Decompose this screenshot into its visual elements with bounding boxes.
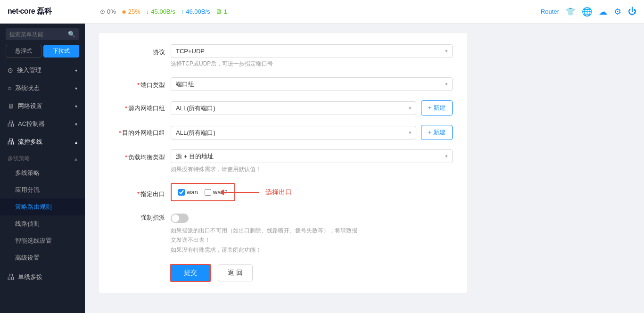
balance-label: *负载均衡类型 [108,149,165,162]
chevron-down-icon-4: ▾ [75,122,77,127]
source-net-select-wrapper: ALL(所有端口) ▾ [171,101,416,115]
dest-net-label: *目的外网端口组 [108,125,165,137]
router-label[interactable]: Router [541,8,559,15]
sidebar-label-access: 接入管理 [17,66,41,74]
balance-select[interactable]: 源 + 目的地址 [171,149,453,163]
form-row-outlet: *指定出口 wan wan2 [108,183,453,201]
outlet-annotation-wrap: wan wan2 [171,183,235,201]
sidebar-item-ac-controller[interactable]: 品 AC控制器 ▾ [0,115,85,133]
topbar-right: Router 👕 🌐 ☁ ⚙ ⏻ [541,7,636,17]
screen-stat: 🖥 1 [215,8,227,15]
port-type-select-wrapper: 端口组 ▾ [171,77,453,91]
exit-icon[interactable]: ⏻ [628,7,636,16]
sub-group-label: 多线策略 ▴ [0,151,85,165]
cpu-icon: ⊙ [100,8,105,15]
toggle-slider [171,214,189,223]
network-icon: 🖥 [8,102,14,110]
port-type-select[interactable]: 端口组 [171,77,453,91]
protocol-hint: 选择TCP或UDP后，可进一步指定端口号 [171,60,453,68]
sidebar-label-status: 系统状态 [15,84,40,92]
protocol-select-wrapper: TCP+UDP TCP UDP ▾ [171,44,453,58]
search-icon: 🔍 [68,31,75,38]
main-layout: 🔍 悬浮式 下拉式 ⊙ 接入管理 ▾ ○ 系统状态 ▾ 🖥 网络设置 ▾ 品 A… [0,24,644,313]
form-row-balance: *负载均衡类型 源 + 目的地址 ▾ 如果没有特殊需求，请使用默认值！ [108,149,453,173]
dest-net-row: ALL(所有端口) ▾ + 新建 [171,125,453,140]
form-row-source-net: *源内网端口组 ALL(所有端口) ▾ + 新建 [108,100,453,115]
sidebar: 🔍 悬浮式 下拉式 ⊙ 接入管理 ▾ ○ 系统状态 ▾ 🖥 网络设置 ▾ 品 A… [0,24,85,313]
topbar: net·core 磊科 ⊙ 0% ◈ 25% ↓ 45.00B/s ↑ 46.0… [0,0,644,24]
source-net-new-button[interactable]: + 新建 [421,100,453,115]
logo: net·core 磊科 [8,7,92,16]
sidebar-label-network: 网络设置 [18,102,42,110]
tab-dropdown[interactable]: 下拉式 [43,45,79,58]
group-arrow-icon: ▴ [74,156,77,162]
screen-icon: 🖥 [215,8,222,15]
sidebar-item-network-settings[interactable]: 🖥 网络设置 ▾ [0,97,85,115]
shirt-icon[interactable]: 👕 [566,7,575,16]
sidebar-item-flow-multiline[interactable]: 品 流控多线 ▴ [0,133,85,151]
gear-icon[interactable]: ⚙ [614,7,621,17]
force-hint: 如果指派的出口不可用（如出口删除、线路断开、拨号失败等），将导致报 文发送不出去… [171,226,453,255]
sidebar-item-system-status[interactable]: ○ 系统状态 ▾ [0,79,85,97]
sidebar-item-access-control[interactable]: ⊙ 接入管理 ▾ [0,61,85,79]
cpu-stat: ⊙ 0% [100,8,116,15]
sidebar-item-line-detect[interactable]: 线路侦测 [0,215,85,232]
form-row-protocol: 协议 TCP+UDP TCP UDP ▾ 选择TCP或UDP后，可进一步指定端口… [108,44,453,68]
up-stat: ↑ 46.00B/s [181,8,210,15]
form-row-port-type: *端口类型 端口组 ▾ [108,77,453,91]
search-input[interactable] [9,31,65,38]
dest-net-select[interactable]: ALL(所有端口) [171,126,416,140]
tab-row: 悬浮式 下拉式 [6,45,79,58]
port-type-control: 端口组 ▾ [171,77,453,91]
chevron-up-icon: ▴ [75,140,77,145]
dest-net-new-button[interactable]: + 新建 [421,125,453,140]
mem-icon: ◈ [122,8,126,15]
sidebar-label-ac: AC控制器 [18,120,45,128]
submit-button[interactable]: 提交 [170,264,211,282]
force-toggle[interactable] [171,214,189,223]
cloud-icon[interactable]: ☁ [599,7,607,17]
content-area: 协议 TCP+UDP TCP UDP ▾ 选择TCP或UDP后，可进一步指定端口… [85,24,644,313]
wan-checkbox[interactable] [178,189,185,196]
status-icon: ○ [8,84,11,92]
source-net-select[interactable]: ALL(所有端口) [171,101,416,115]
chevron-down-icon: ▾ [75,68,77,73]
balance-select-wrapper: 源 + 目的地址 ▾ [171,149,453,163]
balance-control: 源 + 目的地址 ▾ 如果没有特殊需求，请使用默认值！ [171,149,453,173]
force-control: 如果指派的出口不可用（如出口删除、线路断开、拨号失败等），将导致报 文发送不出去… [171,211,453,255]
port-type-label: *端口类型 [108,77,165,90]
back-button[interactable]: 返 回 [218,264,253,281]
sidebar-label-flow: 流控多线 [18,138,42,146]
force-toggle-wrap [171,211,453,223]
wan-checkbox-item: wan [178,189,198,196]
topbar-stats: ⊙ 0% ◈ 25% ↓ 45.00B/s ↑ 46.00B/s 🖥 1 [100,8,227,15]
outlet-label: *指定出口 [108,186,165,198]
protocol-select[interactable]: TCP+UDP TCP UDP [171,44,453,58]
flow-icon: 品 [8,138,14,146]
up-arrow-icon: ↑ [181,8,184,15]
sidebar-item-policy-route[interactable]: 策略路由规则 [0,198,85,215]
source-net-label: *源内网端口组 [108,100,165,113]
sidebar-search-wrap: 🔍 [6,28,79,40]
mem-stat: ◈ 25% [122,8,140,15]
wan-label[interactable]: wan [187,189,198,196]
outlet-control: wan wan2 [171,183,453,201]
force-label: 强制指派 [108,211,165,222]
tab-float[interactable]: 悬浮式 [6,45,41,58]
balance-hint: 如果没有特殊需求，请使用默认值！ [171,165,453,173]
sidebar-item-advanced[interactable]: 高级设置 [0,249,85,266]
globe-icon[interactable]: 🌐 [582,7,592,17]
wan2-checkbox[interactable] [205,189,211,196]
protocol-control: TCP+UDP TCP UDP ▾ 选择TCP或UDP后，可进一步指定端口号 [171,44,453,68]
dest-net-select-wrapper: ALL(所有端口) ▾ [171,126,416,140]
form-row-dest-net: *目的外网端口组 ALL(所有端口) ▾ + 新建 [108,125,453,140]
access-icon: ⊙ [8,66,13,74]
down-arrow-icon: ↓ [146,8,149,15]
sidebar-item-multiline-policy[interactable]: 多线策略 [0,165,85,181]
sidebar-item-smart-line[interactable]: 智能选线设置 [0,232,85,249]
submit-row: 提交 返 回 [108,264,453,282]
chevron-down-icon-3: ▾ [75,104,77,109]
annotation-text: 选择出口 [265,188,292,197]
sidebar-item-app-split[interactable]: 应用分流 [0,181,85,198]
sidebar-item-single-multi[interactable]: 品 单线多拨 [0,268,85,286]
